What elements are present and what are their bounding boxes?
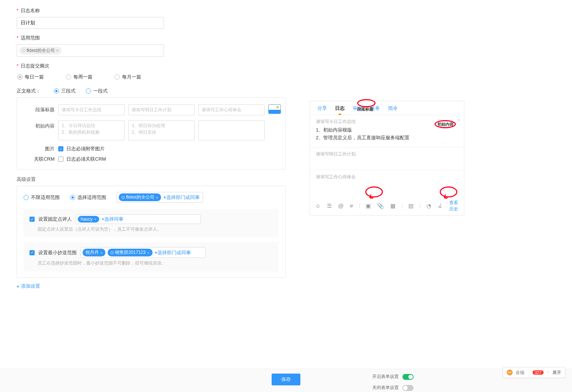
scope-select[interactable]: 选择适用范围 (70, 194, 106, 201)
crm-row-label: 关联CRM (25, 156, 55, 162)
freq-monthly[interactable]: 每月一篇 (115, 74, 141, 80)
scope-select-tag-text: fktest的全公司 (126, 194, 154, 200)
crm-text: 日志必须关联CRM (66, 156, 106, 162)
cc-tag-2[interactable]: 销售部2017123 × (108, 249, 152, 256)
annotation-init: 初始内容 (437, 122, 454, 127)
pv-s1-l1: 1、初始内容模版 (316, 126, 458, 134)
clock-icon[interactable]: ◔ (426, 203, 431, 209)
at-icon[interactable]: @ (338, 203, 343, 209)
reviewer-tag[interactable]: haocy × (78, 216, 99, 223)
cc-checkbox[interactable]: ✓ (29, 250, 35, 255)
scope-select-tag[interactable]: fktest的全公司 × (119, 193, 161, 201)
scope-tagbox[interactable]: fktest的全公司 × (17, 44, 164, 57)
reviewer-tag-text: haocy (81, 217, 93, 222)
close-icon[interactable]: × (94, 217, 96, 221)
annotation-bubble (365, 186, 383, 197)
calendar-icon[interactable]: ▦ (390, 203, 395, 209)
reviewer-pick-link[interactable]: +选择同事 (101, 216, 123, 223)
scope-tag-text: fktest的全公司 (27, 48, 55, 54)
scope-select-label: 选择适用范围 (77, 194, 106, 201)
reviewer-block: ✓ 设置固定点评人 haocy × +选择同事 固定点评人设置后（点评人可设为空… (24, 209, 279, 238)
attachment-icon[interactable]: 📎 (377, 203, 384, 209)
cc-tag-1[interactable]: 祝丹丹 × (83, 249, 105, 256)
annotation-bubble (440, 186, 457, 197)
image-icon[interactable]: ▣ (366, 203, 371, 209)
advanced-title: 高级设置 (17, 176, 286, 183)
smile-icon[interactable]: ☺ (315, 203, 321, 209)
cc-block: ✓ 设置最小抄送范围 祝丹丹 × 销售部2017123 × +选择部门或同事 员… (24, 242, 279, 272)
close-icon[interactable]: × (156, 195, 158, 200)
format-three-label: 三段式 (61, 88, 76, 94)
freq-daily[interactable]: 每日一篇 (17, 74, 44, 80)
freq-label: 日志提交频次 (17, 63, 286, 69)
cc-note: 员工在选择抄送范围时，最小抄送范围不可删除，但可继续添加。 (38, 260, 273, 266)
freq-daily-label: 每日一篇 (25, 74, 44, 80)
pv-s1-head: 请填写今日工作总结 (316, 119, 458, 125)
scope-unlimited-label: 不限适用范围 (31, 194, 60, 201)
image-checkbox[interactable]: ✓ (58, 146, 63, 151)
freq-monthly-label: 每月一篇 (122, 74, 141, 80)
scope-unlimited[interactable]: 不限适用范围 (24, 194, 60, 201)
annotation-seg-title: 段落标题 (357, 106, 373, 112)
cc-label: 设置最小抄送范围 (38, 249, 77, 256)
reviewer-tagbox[interactable]: haocy × +选择同事 (76, 214, 201, 224)
divider (402, 203, 402, 209)
cc-tag-2-text: 销售部2017123 (115, 249, 146, 256)
tab-share[interactable]: 分享 (317, 105, 327, 115)
people-icon[interactable]: ⫝̸ (437, 203, 443, 209)
log-name-label: 日志名称 (17, 7, 286, 14)
circle-icon (22, 49, 25, 52)
seg-title-3[interactable] (198, 104, 265, 115)
image-row-label: 图片 (25, 146, 55, 152)
hash-icon[interactable]: # (350, 203, 353, 209)
image-icon (268, 104, 281, 114)
scope-tag[interactable]: fktest的全公司 × (19, 47, 62, 55)
log-name-input[interactable] (17, 17, 164, 29)
seg-title-2[interactable] (128, 104, 195, 115)
advanced-box: 不限适用范围 选择适用范围 fktest的全公司 × +选择部门或同事 ✓ 设置… (17, 186, 286, 278)
tab-order[interactable]: 指令 (388, 105, 398, 115)
seg-title-label: 段落标题 (25, 104, 55, 113)
scope-selector[interactable]: fktest的全公司 × +选择部门或同事 (116, 192, 203, 203)
tab-log[interactable]: 日志 (335, 105, 345, 115)
format-three[interactable]: 三段式 (54, 88, 76, 94)
scope-pick-link[interactable]: +选择部门或同事 (163, 194, 200, 201)
segments-box: 段落标题 初始内容 1、今日拜访总结 2、新的商机和线索 1、明日待办处理 2、… (17, 97, 286, 169)
cc-tagbox[interactable]: 祝丹丹 × 销售部2017123 × +选择部门或同事 (80, 247, 206, 258)
seg-init-1[interactable]: 1、今日拜访总结 2、新的商机和线索 (58, 120, 125, 140)
table-icon[interactable]: ▤ (408, 203, 414, 209)
scope-label: 适用范围 (17, 35, 286, 41)
pv-s1-l2: 2、管理员定义后，员工直接响应服务端配置 (316, 134, 458, 142)
view-history-link[interactable]: 查看历史 (449, 200, 459, 212)
format-one[interactable]: 一段式 (86, 88, 108, 94)
close-icon[interactable]: × (457, 117, 460, 123)
circle-icon (111, 251, 114, 254)
image-text: 日志必须附带图片 (66, 146, 105, 152)
circle-icon (122, 196, 125, 199)
preview-panel: 分享 日志 审批 任务 指令 段落标题 × 请填写今日工作总结 1、初始内容模版… (310, 101, 464, 216)
add-setting-text: 添加设置 (21, 283, 40, 290)
crm-checkbox[interactable] (58, 157, 63, 162)
seg-init-2[interactable]: 1、明日待办处理 2、明日安排 (128, 120, 195, 140)
reviewer-checkbox[interactable]: ✓ (29, 217, 35, 222)
divider (420, 203, 420, 209)
divider (359, 203, 360, 209)
pv-s3-head: 请填写工作心得体会 (316, 174, 458, 180)
close-icon[interactable]: × (100, 251, 102, 255)
list-icon[interactable]: ☰ (327, 203, 332, 209)
close-icon[interactable]: × (147, 251, 149, 255)
reviewer-note: 固定点评人设置后（点评人可设为空），员工不可修改点评人。 (38, 226, 273, 232)
plus-icon: + (17, 284, 20, 289)
seg-title-1[interactable] (58, 104, 125, 115)
cc-tag-1-text: 祝丹丹 (86, 249, 99, 256)
freq-weekly-label: 每周一篇 (73, 74, 93, 80)
freq-weekly[interactable]: 每周一篇 (66, 74, 93, 80)
seg-init-3[interactable] (198, 120, 265, 140)
seg-init-label: 初始内容 (25, 120, 55, 129)
reviewer-label: 设置固定点评人 (38, 216, 72, 223)
preview-toolbar: ☺ ☰ @ # ▣ 📎 ▦ ▤ ◔ ⫝̸ 查看历史 (310, 197, 464, 215)
add-setting-link[interactable]: + 添加设置 (17, 283, 40, 290)
format-one-label: 一段式 (93, 88, 108, 94)
cc-pick-link[interactable]: +选择部门或同事 (155, 249, 191, 256)
close-icon[interactable]: × (56, 48, 59, 53)
